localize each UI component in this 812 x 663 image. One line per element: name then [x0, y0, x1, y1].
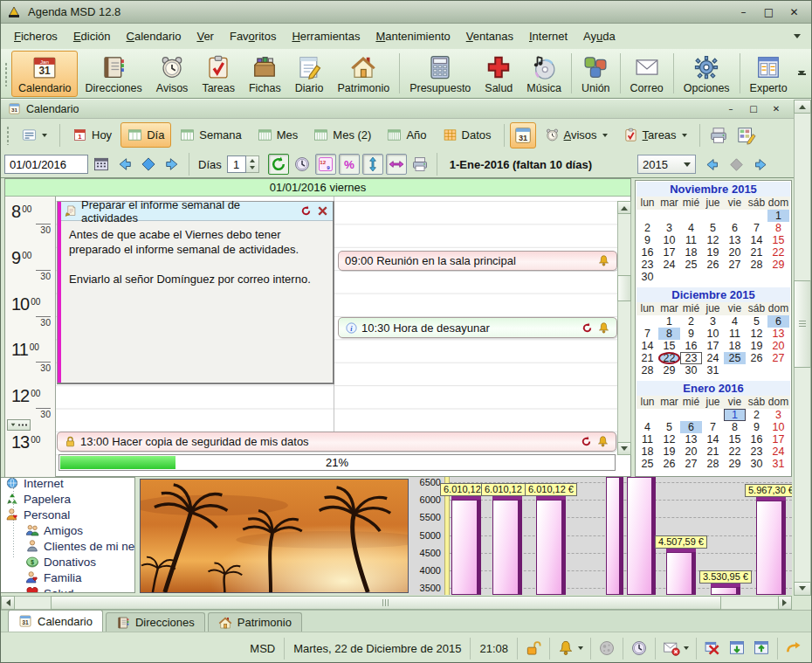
- status-button-unlock-icon[interactable]: [525, 639, 542, 657]
- mini-cal-day[interactable]: 29: [658, 364, 680, 376]
- calendar-toolbar-drag-handle[interactable]: [6, 126, 10, 145]
- menu-item-ayuda[interactable]: Ayuda: [575, 25, 623, 47]
- menu-overflow-icon[interactable]: [794, 34, 801, 38]
- mini-cal-day[interactable]: 8: [658, 328, 680, 340]
- mini-cal-day[interactable]: 18: [637, 445, 658, 458]
- mini-cal-day[interactable]: 31: [702, 364, 724, 376]
- mini-cal-day[interactable]: 5: [746, 315, 767, 328]
- next-year-button[interactable]: [753, 156, 769, 173]
- mini-cal-day-selected[interactable]: 1: [724, 409, 746, 421]
- window-scroll-up-button[interactable]: [794, 100, 811, 114]
- toolbar-item-salud[interactable]: Salud: [478, 51, 520, 97]
- toolbar-item-opciones[interactable]: Opciones: [677, 51, 737, 97]
- view-button-semana[interactable]: Semana: [173, 122, 248, 148]
- task-note[interactable]: Preparar el informe semanal de actividad…: [57, 201, 334, 384]
- mini-cal-day[interactable]: 21: [637, 352, 658, 364]
- mini-cal-day[interactable]: 27: [724, 259, 746, 271]
- tree-item-donativos[interactable]: $Donativos: [25, 554, 96, 570]
- mini-cal-day[interactable]: 23: [746, 445, 767, 458]
- toolbar-item-diario[interactable]: Diario: [288, 51, 331, 97]
- mini-cal-day[interactable]: 13: [724, 234, 746, 246]
- time-scale-button[interactable]: [292, 154, 313, 175]
- delete-task-icon[interactable]: [316, 204, 329, 218]
- toolbar-item-union[interactable]: Unión: [575, 51, 617, 97]
- mini-cal-day[interactable]: 12: [746, 328, 767, 340]
- mini-cal-day[interactable]: 31: [767, 458, 789, 470]
- mini-cal-day[interactable]: 17: [658, 246, 680, 259]
- mini-cal-day[interactable]: 29: [767, 259, 789, 271]
- toolbar-item-fichas[interactable]: Fichas: [242, 51, 288, 97]
- mini-cal-day[interactable]: 20: [680, 445, 702, 458]
- menu-item-internet[interactable]: Internet: [521, 25, 575, 47]
- mini-cal-day[interactable]: 4: [724, 315, 746, 328]
- mini-cal-day[interactable]: 13: [680, 433, 702, 445]
- mini-cal-day[interactable]: 22: [767, 246, 789, 259]
- view-button-avisos[interactable]: Avisos: [538, 122, 615, 148]
- mini-cal-day[interactable]: 20: [724, 246, 746, 259]
- mini-cal-day[interactable]: 24: [702, 352, 724, 364]
- day-scrollbar[interactable]: [617, 201, 631, 455]
- day-scroll-thumb[interactable]: [617, 275, 631, 301]
- day-scroll-down-button[interactable]: [617, 442, 631, 455]
- status-button-moon-icon[interactable]: [598, 639, 616, 657]
- event-reunion[interactable]: 09:00 Reunión en la sala principal: [338, 251, 617, 271]
- mini-cal-day[interactable]: 22: [724, 445, 746, 458]
- mini-cal-day[interactable]: 6: [767, 315, 789, 328]
- mini-cal-day[interactable]: 18: [724, 340, 746, 352]
- view-button-hoy[interactable]: 1Hoy: [65, 122, 119, 148]
- mini-cal-day[interactable]: 10: [702, 328, 724, 340]
- toolbar-item-direcciones[interactable]: Direcciones: [78, 51, 148, 97]
- mini-cal-day[interactable]: 9: [637, 234, 658, 246]
- tree-item-salud[interactable]: Salud: [25, 585, 74, 593]
- mini-cal-day[interactable]: 21: [746, 246, 767, 259]
- more-items-button[interactable]: [7, 419, 31, 431]
- mini-cal-day[interactable]: 30: [637, 271, 658, 283]
- mini-cal-day[interactable]: 17: [767, 433, 789, 445]
- status-button-window-close-icon[interactable]: [704, 639, 721, 657]
- mini-cal-day[interactable]: 4: [637, 421, 658, 433]
- toolbar-item-tareas[interactable]: Tareas: [195, 51, 242, 97]
- mini-cal-day[interactable]: 20: [767, 340, 789, 352]
- mini-cal-day[interactable]: 5: [702, 222, 724, 234]
- horizontal-scroll-thumb[interactable]: [51, 596, 721, 610]
- mini-cal-day[interactable]: 27: [680, 458, 702, 470]
- mini-cal-day[interactable]: 5: [658, 421, 680, 433]
- mini-cal-day[interactable]: 24: [658, 259, 680, 271]
- toolbar-item-correo[interactable]: Correo: [623, 51, 671, 97]
- goto-today-button[interactable]: [138, 154, 159, 175]
- tab-calendario[interactable]: 31Calendario: [8, 610, 103, 632]
- mini-cal-day[interactable]: 6: [724, 222, 746, 234]
- mini-cal-day[interactable]: 2: [637, 222, 658, 234]
- mini-cal-day[interactable]: 16: [746, 433, 767, 445]
- mini-cal-day[interactable]: 15: [658, 340, 680, 352]
- mini-cal-day[interactable]: 12: [658, 433, 680, 445]
- print-button[interactable]: [705, 122, 732, 148]
- mini-cal-day[interactable]: 11: [680, 234, 702, 246]
- calendar-minimize-button[interactable]: –: [720, 102, 741, 116]
- mini-cal-day[interactable]: 17: [702, 340, 724, 352]
- fit-vertical-toggle[interactable]: [362, 154, 383, 175]
- mini-cal-day[interactable]: 19: [702, 246, 724, 259]
- menu-item-favoritos[interactable]: Favoritos: [222, 25, 284, 47]
- status-button-mail-blocked-icon[interactable]: [663, 639, 689, 657]
- view-button-datos[interactable]: Datos: [436, 122, 499, 148]
- mini-cal-day[interactable]: 25: [724, 352, 746, 364]
- scroll-left-button[interactable]: [1, 596, 15, 610]
- toolbar-item-avisos[interactable]: Avisos: [149, 51, 196, 97]
- mini-cal-day[interactable]: 16: [680, 340, 702, 352]
- tree-item-personal[interactable]: Personal: [5, 507, 70, 522]
- show-dates-toggle[interactable]: 129: [315, 154, 336, 175]
- mini-cal-day[interactable]: 14: [702, 433, 724, 445]
- status-button-window-restore-down-icon[interactable]: [728, 639, 746, 657]
- mini-cal-day[interactable]: 29: [724, 458, 746, 470]
- mini-cal-day[interactable]: 7: [637, 328, 658, 340]
- menu-item-ver[interactable]: Ver: [189, 25, 222, 47]
- view-button-ano[interactable]: Año: [380, 122, 433, 148]
- mini-cal-day-today[interactable]: 22: [658, 352, 680, 364]
- date-picker-button[interactable]: [91, 154, 112, 175]
- mini-cal-day[interactable]: 11: [724, 328, 746, 340]
- next-day-button[interactable]: [162, 154, 182, 175]
- toolbar-drag-handle[interactable]: [4, 62, 8, 86]
- mini-cal-day[interactable]: 8: [724, 421, 746, 433]
- view-button-mes[interactable]: Mes: [251, 122, 306, 148]
